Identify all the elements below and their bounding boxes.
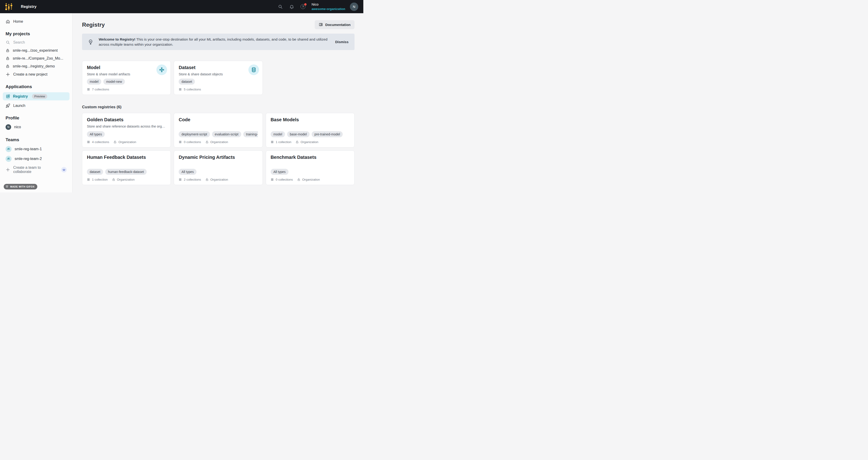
team-avatar <box>6 146 11 152</box>
card-tags: All types <box>271 169 350 175</box>
tag: All types <box>87 131 105 137</box>
registry-grid-icon <box>6 94 10 99</box>
sidebar: Home My projects Search smle-reg.../zoo_… <box>0 13 72 193</box>
team-avatar <box>6 156 11 162</box>
card-tags: All types <box>87 131 166 137</box>
profile-heading: Profile <box>0 114 72 122</box>
profile-name: nico <box>14 125 21 129</box>
dataset-icon <box>248 64 259 75</box>
unlock-icon <box>205 140 209 144</box>
card-tags: dataset <box>179 79 258 85</box>
collections-count: 2 collections <box>179 178 201 181</box>
sidebar-project-item[interactable]: smle-reg.../zoo_experiment <box>0 47 72 55</box>
page-title: Registry <box>82 22 105 28</box>
visibility-scope: Organization <box>112 178 135 181</box>
project-name: smle-re.../Compare_Zoo_Mo... <box>13 56 63 60</box>
search-icon <box>6 40 10 45</box>
home-icon <box>6 19 10 24</box>
welcome-banner: Welcome to Registry! This is your one-st… <box>82 34 354 50</box>
registry-card-code[interactable]: Code deployment-script evaluation-script… <box>174 113 262 147</box>
plus-icon <box>6 167 10 172</box>
notification-dot <box>304 3 307 5</box>
collections-count: 0 collections <box>271 178 293 181</box>
collections-count: 1 collection <box>87 178 108 181</box>
tag: All types <box>179 169 196 175</box>
banner-text: Welcome to Registry! This is your one-st… <box>99 37 334 47</box>
registry-card-model[interactable]: Model Store & share model artifacts mode… <box>82 61 171 95</box>
unlock-icon <box>113 140 117 144</box>
sidebar-item-launch[interactable]: Launch <box>0 102 72 110</box>
search-icon[interactable] <box>278 4 283 9</box>
card-title: Dynamic Pricing Artifacts <box>179 155 258 160</box>
sidebar-project-item[interactable]: smle-re.../Compare_Zoo_Mo... <box>0 55 72 62</box>
unlock-icon <box>296 140 299 144</box>
dismiss-button[interactable]: Dismiss <box>335 40 349 44</box>
card-description: Store and share reference datasets acros… <box>87 124 166 128</box>
made-with-gifox-badge: MADE WITH GIFOX <box>4 184 37 190</box>
card-tags: deployment-script evaluation-script trai… <box>179 131 258 137</box>
my-projects-heading: My projects <box>0 29 72 38</box>
registry-card-dataset[interactable]: Dataset Store & share dataset objects da… <box>174 61 262 95</box>
sidebar-team-item[interactable]: smle-reg-team-2 <box>0 154 72 164</box>
applications-heading: Applications <box>0 82 72 91</box>
crown-icon <box>62 168 66 171</box>
create-team-button[interactable]: Create a team to collaborate <box>0 164 72 176</box>
tag: pre-trained-model <box>312 131 343 137</box>
card-tags: dataset human-feedback-dataset <box>87 169 166 175</box>
preview-badge: Preview <box>32 94 47 99</box>
tag: base-model <box>287 131 310 137</box>
collections-count: 0 collections <box>179 140 201 144</box>
card-tags: model model-new <box>87 79 166 85</box>
sidebar-team-item[interactable]: smle-reg-team-1 <box>0 144 72 154</box>
sidebar-item-home[interactable]: Home <box>0 18 72 26</box>
visibility-scope: Organization <box>113 140 136 144</box>
unlock-icon <box>112 178 115 181</box>
card-tags: model base-model pre-trained-model <box>271 131 350 137</box>
notifications-bell-icon[interactable] <box>289 4 294 9</box>
team-name: smle-reg-team-1 <box>14 147 42 151</box>
tag: model <box>87 79 101 85</box>
sidebar-project-item[interactable]: smle-reg.../registry_demo <box>0 62 72 70</box>
tag: All types <box>271 169 288 175</box>
registry-card-dynamic-pricing-artifacts[interactable]: Dynamic Pricing Artifacts All types 2 co… <box>174 150 262 185</box>
user-menu[interactable]: Nico awesome-organization <box>311 2 345 11</box>
fox-icon <box>6 185 9 188</box>
sidebar-item-registry[interactable]: Registry Preview <box>3 92 69 100</box>
registry-card-golden-datasets[interactable]: Golden Datasets Store and share referenc… <box>82 113 171 147</box>
project-search-input[interactable]: Search <box>0 38 72 47</box>
sidebar-item-label: Home <box>13 20 23 24</box>
card-title: Dataset <box>179 65 258 70</box>
sidebar-item-profile[interactable]: N nico <box>0 122 72 132</box>
plus-icon <box>6 72 10 77</box>
create-project-button[interactable]: Create a new project <box>0 70 72 79</box>
tag: deployment-script <box>179 131 210 137</box>
registry-label: Registry <box>13 94 28 98</box>
collections-icon <box>271 178 274 181</box>
team-name: smle-reg-team-2 <box>14 157 42 161</box>
visibility-scope: Organization <box>205 140 228 144</box>
collections-icon <box>179 88 182 91</box>
tag: dataset <box>179 79 195 85</box>
documentation-label: Documentation <box>325 23 350 27</box>
visibility-scope: Organization <box>297 178 320 181</box>
wandb-logo-icon[interactable] <box>5 3 12 11</box>
tag: human-feedback-dataset <box>105 169 147 175</box>
documentation-button[interactable]: Documentation <box>315 20 354 29</box>
registry-card-benchmark-datasets[interactable]: Benchmark Datasets All types 0 collectio… <box>266 150 354 185</box>
collections-icon <box>271 140 274 144</box>
create-team-label: Create a team to collaborate <box>13 166 56 174</box>
rocket-icon <box>6 104 10 108</box>
tag: model-new <box>103 79 125 85</box>
search-placeholder: Search <box>13 40 25 45</box>
registry-card-human-feedback-datasets[interactable]: Human Feedback Datasets dataset human-fe… <box>82 150 171 185</box>
visibility-scope: Organization <box>205 178 228 181</box>
lightbulb-icon <box>88 39 94 45</box>
custom-registries-grid: Golden Datasets Store and share referenc… <box>82 113 354 185</box>
user-avatar[interactable]: N <box>350 3 358 11</box>
collections-icon <box>87 178 90 181</box>
organization-link[interactable]: awesome-organization <box>311 7 345 11</box>
create-project-label: Create a new project <box>13 72 48 77</box>
people-icon <box>7 157 10 161</box>
help-icon[interactable]: ? <box>301 4 305 9</box>
registry-card-base-models[interactable]: Base Models model base-model pre-trained… <box>266 113 354 147</box>
